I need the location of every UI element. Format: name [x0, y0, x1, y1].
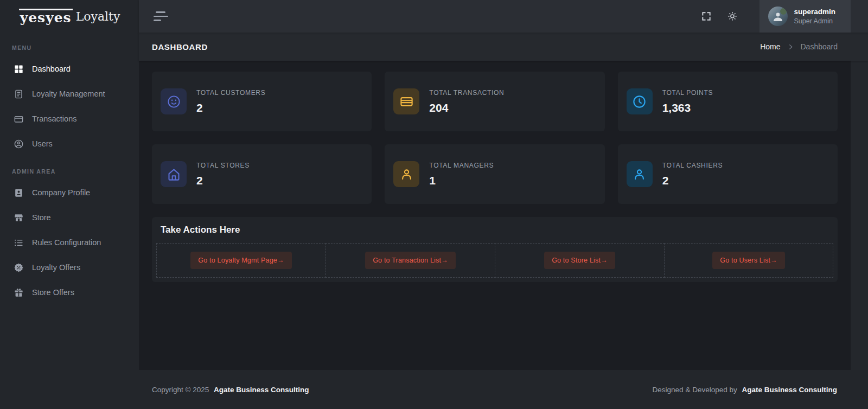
stat-label: TOTAL TRANSACTION: [429, 89, 504, 97]
grid-icon: [13, 63, 24, 74]
stat-value: 1,363: [662, 101, 713, 114]
action-link-button[interactable]: Go to Users List→: [712, 252, 785, 269]
footer: Copyright © 2025 Agate Business Consulti…: [139, 370, 868, 409]
actions-title: Take Actions Here: [161, 225, 829, 235]
theme-toggle-sun-icon[interactable]: [727, 11, 738, 22]
sidebar-nav: MENU Dashboard Loyalty Management Transa…: [0, 33, 139, 305]
sidebar-item-label: Dashboard: [32, 65, 71, 73]
id-badge-icon: [13, 187, 24, 198]
logo-product-text: Loyalty: [76, 10, 120, 23]
sidebar-item-transactions[interactable]: Transactions: [0, 106, 139, 131]
user-menu[interactable]: superadmin Super Admin: [760, 0, 851, 33]
scrollbar[interactable]: [851, 61, 868, 370]
sidebar-item-loyalty-offers[interactable]: Loyalty Offers: [0, 255, 139, 280]
page-title-bar: DASHBOARD Home Dashboard: [139, 33, 868, 61]
gift-icon: [13, 287, 24, 298]
actions-panel: Take Actions Here Go to Loyalty Mgmt Pag…: [152, 217, 838, 282]
sidebar-item-label: Store Offers: [32, 288, 74, 297]
user-info: superadmin Super Admin: [794, 7, 835, 25]
home-icon: [161, 161, 187, 187]
stat-label: TOTAL STORES: [196, 162, 250, 169]
avatar: [768, 7, 788, 26]
action-cell: Go to Users List→: [664, 243, 833, 278]
sidebar-item-store-offers[interactable]: Store Offers: [0, 280, 139, 305]
app-window: yesyes Loyalty MENU Dashboard Loyalty Ma…: [0, 0, 868, 409]
stat-value: 2: [662, 174, 723, 187]
sidebar-section-label: MENU: [0, 33, 139, 56]
sidebar-item-label: Company Profile: [32, 188, 90, 197]
stat-card: TOTAL CASHIERS 2: [618, 144, 838, 204]
stat-label: TOTAL CASHIERS: [662, 162, 723, 169]
fullscreen-icon[interactable]: [701, 11, 712, 22]
sidebar-item-label: Transactions: [32, 114, 76, 123]
stat-value: 1: [429, 174, 494, 187]
invoice-icon: [13, 88, 24, 99]
sidebar-item-company-profile[interactable]: Company Profile: [0, 180, 139, 205]
footer-copyright: Copyright © 2025 Agate Business Consulti…: [152, 386, 309, 394]
app-logo[interactable]: yesyes Loyalty: [0, 0, 139, 33]
wallet-icon: [13, 113, 24, 124]
store-icon: [13, 212, 24, 223]
action-cell: Go to Store List→: [495, 243, 665, 278]
stat-label: TOTAL CUSTOMERS: [196, 89, 265, 97]
breadcrumb-home-link[interactable]: Home: [760, 42, 780, 51]
sidebar-item-store[interactable]: Store: [0, 205, 139, 230]
sidebar-item-users[interactable]: Users: [0, 131, 139, 156]
list-icon: [13, 237, 24, 248]
sidebar-item-label: Store: [32, 213, 51, 222]
sidebar-item-label: Loyalty Offers: [32, 263, 80, 272]
stat-label: TOTAL POINTS: [662, 89, 713, 97]
sidebar-item-label: Loyalty Management: [32, 90, 105, 98]
chevron-right-icon: [788, 44, 794, 50]
stat-value: 204: [429, 101, 504, 114]
content-area: TOTAL CUSTOMERS 2 TOTAL TRANSACTION 204 …: [139, 61, 868, 370]
action-link-button[interactable]: Go to Store List→: [544, 252, 615, 269]
stat-label: TOTAL MANAGERS: [429, 162, 494, 169]
stat-card: TOTAL MANAGERS 1: [385, 144, 604, 204]
person-icon: [627, 161, 653, 187]
person-icon: [393, 161, 419, 187]
footer-credit-company: Agate Business Consulting: [742, 386, 837, 394]
stat-card: TOTAL TRANSACTION 204: [385, 72, 604, 131]
topbar: superadmin Super Admin: [139, 0, 868, 33]
breadcrumb: Home Dashboard: [760, 42, 838, 51]
logo-brand-text: yesyes: [19, 9, 73, 24]
footer-credit-prefix: Designed & Developed by: [653, 386, 737, 394]
actions-grid: Go to Loyalty Mgmt Page→ Go to Transacti…: [156, 243, 833, 278]
sidebar-item-dashboard[interactable]: Dashboard: [0, 56, 139, 81]
footer-copyright-company: Agate Business Consulting: [214, 386, 309, 394]
user-circle-icon: [13, 138, 24, 149]
footer-credit: Designed & Developed by Agate Business C…: [653, 386, 837, 394]
stat-card: TOTAL POINTS 1,363: [618, 72, 838, 131]
sidebar-item-rules-configuration[interactable]: Rules Configuration: [0, 230, 139, 255]
credit-card-icon: [393, 88, 419, 114]
smiley-icon: [161, 88, 187, 114]
breadcrumb-current: Dashboard: [801, 42, 838, 51]
action-link-button[interactable]: Go to Transaction List→: [365, 252, 456, 269]
main-area: superadmin Super Admin DASHBOARD Home Da…: [139, 0, 868, 409]
clock-icon: [627, 88, 653, 114]
sidebar-item-label: Rules Configuration: [32, 238, 101, 247]
topbar-actions: superadmin Super Admin: [701, 0, 868, 33]
user-name: superadmin: [794, 7, 835, 17]
sidebar-item-label: Users: [32, 139, 53, 148]
action-cell: Go to Transaction List→: [326, 243, 495, 278]
sidebar-toggle-hamburger-icon[interactable]: [154, 11, 169, 21]
action-link-button[interactable]: Go to Loyalty Mgmt Page→: [190, 252, 291, 269]
stat-value: 2: [196, 101, 265, 114]
sidebar: yesyes Loyalty MENU Dashboard Loyalty Ma…: [0, 0, 139, 409]
action-cell: Go to Loyalty Mgmt Page→: [156, 243, 326, 278]
page-title: DASHBOARD: [152, 42, 208, 52]
footer-copyright-prefix: Copyright © 2025: [152, 386, 209, 394]
stat-value: 2: [196, 174, 250, 187]
stats-grid: TOTAL CUSTOMERS 2 TOTAL TRANSACTION 204 …: [152, 72, 838, 204]
stat-card: TOTAL STORES 2: [152, 144, 372, 204]
sidebar-section-label: ADMIN AREA: [0, 156, 139, 180]
sidebar-item-loyalty-management[interactable]: Loyalty Management: [0, 81, 139, 106]
stat-card: TOTAL CUSTOMERS 2: [152, 72, 372, 131]
user-role: Super Admin: [794, 17, 835, 25]
rosette-percent-icon: [13, 262, 24, 273]
